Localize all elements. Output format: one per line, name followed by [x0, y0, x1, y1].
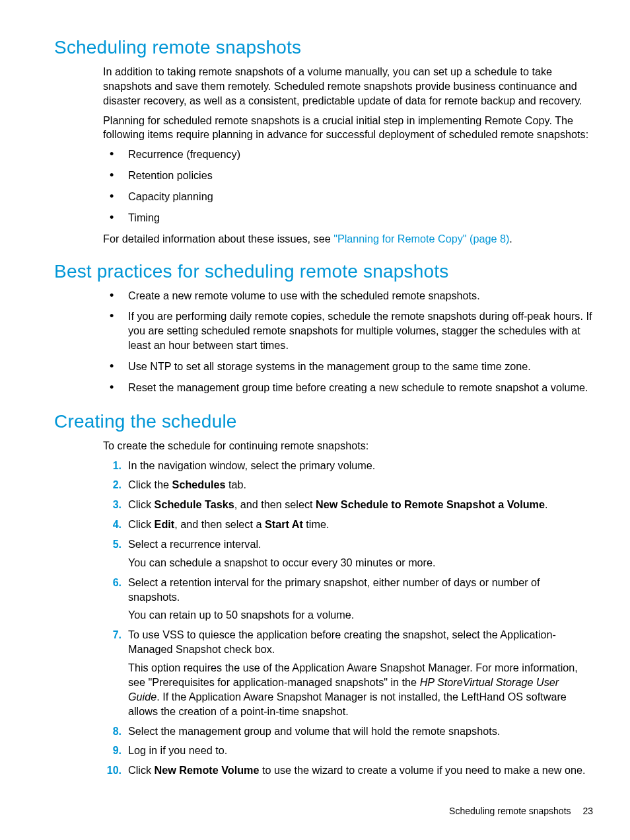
- step-number: 8.: [103, 724, 122, 739]
- bullet-list: Create a new remote volume to use with t…: [103, 289, 593, 395]
- step-number: 10.: [103, 763, 122, 778]
- bold: New Schedule to Remote Snapshot a Volume: [316, 498, 545, 510]
- list-item: Timing: [103, 211, 593, 225]
- step-text: Select the management group and volume t…: [128, 725, 500, 737]
- step-text: Click Schedule Tasks, and then select Ne…: [128, 498, 547, 510]
- step-item: 5. Select a recurrence interval. You can…: [103, 537, 593, 570]
- paragraph: Planning for scheduled remote snapshots …: [103, 114, 593, 143]
- step-number: 7.: [103, 628, 122, 642]
- section-body: Create a new remote volume to use with t…: [103, 289, 593, 395]
- step-text: Click the Schedules tab.: [128, 478, 246, 490]
- footer-title: Scheduling remote snapshots: [449, 806, 571, 816]
- text: .: [545, 498, 548, 510]
- list-item: Capacity planning: [103, 190, 593, 204]
- section-body: In addition to taking remote snapshots o…: [103, 65, 593, 247]
- step-number: 9.: [103, 744, 122, 758]
- step-number: 3.: [103, 498, 122, 512]
- ordered-list: 1. In the navigation window, select the …: [103, 459, 593, 778]
- text: For detailed information about these iss…: [103, 233, 333, 245]
- text: , and then select: [234, 498, 316, 510]
- step-text: To use VSS to quiesce the application be…: [128, 629, 556, 655]
- heading-best-practices: Best practices for scheduling remote sna…: [54, 261, 593, 282]
- step-subtext: You can schedule a snapshot to occur eve…: [128, 556, 593, 570]
- step-item: 3. Click Schedule Tasks, and then select…: [103, 498, 593, 512]
- step-number: 1.: [103, 459, 122, 473]
- text: Click the: [128, 478, 172, 490]
- text: , and then select a: [174, 518, 265, 530]
- heading-scheduling-remote-snapshots: Scheduling remote snapshots: [54, 37, 593, 58]
- step-text: Click New Remote Volume to use the wizar…: [128, 764, 586, 776]
- step-item: 9. Log in if you need to.: [103, 744, 593, 758]
- step-text: Select a retention interval for the prim…: [128, 576, 540, 603]
- text: Click: [128, 518, 155, 530]
- text: time.: [303, 518, 330, 530]
- text: . If the Application Aware Snapshot Mana…: [128, 691, 567, 717]
- step-text: Log in if you need to.: [128, 744, 227, 756]
- text: Click: [128, 764, 155, 776]
- paragraph: In addition to taking remote snapshots o…: [103, 65, 593, 108]
- step-item: 7. To use VSS to quiesce the application…: [103, 628, 593, 718]
- text: to use the wizard to create a volume if …: [260, 764, 586, 776]
- link-planning-for-remote-copy[interactable]: "Planning for Remote Copy" (page 8): [333, 233, 509, 245]
- list-item: Create a new remote volume to use with t…: [103, 289, 593, 303]
- step-item: 10. Click New Remote Volume to use the w…: [103, 763, 593, 778]
- paragraph: For detailed information about these iss…: [103, 232, 593, 247]
- bold: New Remote Volume: [155, 764, 260, 776]
- bold: Schedule Tasks: [155, 498, 234, 510]
- step-number: 4.: [103, 517, 122, 532]
- list-item: Use NTP to set all storage systems in th…: [103, 360, 593, 374]
- step-item: 8. Select the management group and volum…: [103, 724, 593, 739]
- page-number: 23: [582, 806, 593, 816]
- step-subtext: This option requires the use of the Appl…: [128, 661, 593, 718]
- text: tab.: [226, 478, 247, 490]
- list-item: Recurrence (frequency): [103, 147, 593, 162]
- step-text: Select a recurrence interval.: [128, 538, 262, 550]
- step-item: 2. Click the Schedules tab.: [103, 478, 593, 492]
- step-item: 4. Click Edit, and then select a Start A…: [103, 517, 593, 532]
- heading-creating-the-schedule: Creating the schedule: [54, 411, 593, 432]
- step-subtext: You can retain up to 50 snapshots for a …: [128, 608, 593, 623]
- step-number: 6.: [103, 576, 122, 590]
- step-item: 6. Select a retention interval for the p…: [103, 576, 593, 623]
- step-number: 2.: [103, 478, 122, 492]
- step-number: 5.: [103, 537, 122, 552]
- list-item: Reset the management group time before c…: [103, 381, 593, 395]
- bold: Start At: [265, 518, 303, 530]
- page: Scheduling remote snapshots In addition …: [0, 0, 630, 840]
- text: .: [509, 233, 512, 245]
- page-footer: Scheduling remote snapshots 23: [449, 806, 593, 816]
- section-body: To create the schedule for continuing re…: [103, 439, 593, 778]
- step-text: In the navigation window, select the pri…: [128, 459, 375, 471]
- paragraph: To create the schedule for continuing re…: [103, 439, 593, 453]
- step-text: Click Edit, and then select a Start At t…: [128, 518, 329, 530]
- list-item: If you are performing daily remote copie…: [103, 309, 593, 353]
- bold: Schedules: [172, 478, 226, 490]
- bullet-list: Recurrence (frequency) Retention policie…: [103, 147, 593, 225]
- step-item: 1. In the navigation window, select the …: [103, 459, 593, 473]
- text: Click: [128, 498, 155, 510]
- list-item: Retention policies: [103, 169, 593, 183]
- bold: Edit: [155, 518, 175, 530]
